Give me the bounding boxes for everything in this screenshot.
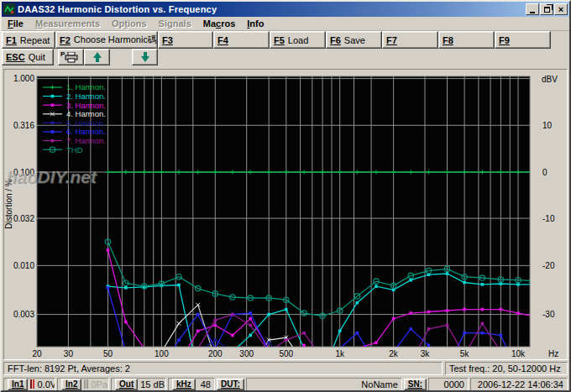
arrow-down-icon (141, 52, 149, 62)
khz-value: 48 (201, 379, 211, 389)
menubar: File Measurements Options Signals Macros… (2, 17, 569, 31)
datetime-panel: 2006-12-22 14:06:34 (470, 378, 568, 391)
svg-text:3k: 3k (421, 349, 431, 358)
status-row-1: FFT-len: 8192 Pt, Averages: 2 Test freq.… (2, 362, 569, 376)
f3-button[interactable]: F3 (158, 31, 213, 49)
test-freq-status: Test freq.: 20, 50-12000 Hz (445, 362, 568, 375)
svg-text:20: 20 (32, 349, 42, 358)
menu-signals: Signals (153, 17, 197, 30)
window-title: DAAS32 Harmonic Distortion vs. Frequency (18, 4, 525, 14)
fft-status: FFT-len: 8192 Pt, Averages: 2 (3, 362, 443, 375)
svg-text:-20: -20 (542, 261, 555, 270)
input1-cluster: In1 0.0V (3, 378, 55, 391)
printer-icon (65, 52, 78, 63)
f6-save-button[interactable]: F6Save (326, 31, 382, 49)
print-button[interactable]: P (58, 49, 84, 65)
svg-text:0.032: 0.032 (13, 214, 34, 223)
scale-up-button[interactable] (84, 49, 110, 65)
output-cluster: Out 15 dB (111, 378, 166, 391)
out-value: 15 dB (140, 379, 165, 389)
svg-text:1. Harmon.: 1. Harmon. (66, 82, 106, 91)
svg-text:0.100: 0.100 (13, 168, 34, 177)
in1-button[interactable]: In1 (8, 379, 28, 390)
svg-text:50: 50 (103, 349, 113, 358)
svg-text:2. Harmon.: 2. Harmon. (66, 91, 106, 101)
scale-down-button[interactable] (132, 49, 158, 65)
svg-text:7. Harmon.: 7. Harmon. (66, 136, 106, 145)
svg-text:4. Harmon.: 4. Harmon. (66, 109, 106, 118)
chart-panel: 1.0000.316100.10000.032-100.010-200.003-… (3, 69, 568, 360)
f1-repeat-button[interactable]: F1Repeat (2, 31, 55, 49)
svg-text:300: 300 (239, 349, 254, 358)
distortion-chart: 1.0000.316100.10000.032-100.010-200.003-… (4, 70, 567, 359)
menu-macros[interactable]: Macros (197, 17, 242, 30)
dut-button[interactable]: DUT: (217, 379, 244, 390)
restore-button[interactable] (540, 3, 553, 15)
app-window: DAAS32 Harmonic Distortion vs. Frequency… (0, 0, 571, 392)
in2-button[interactable]: In2 (61, 379, 81, 390)
svg-text:10: 10 (542, 121, 553, 130)
filename-panel: NoName (246, 378, 402, 391)
out-button[interactable]: Out (115, 379, 138, 390)
secondary-toolbar: ESCQuit P (2, 49, 569, 68)
f5-load-button[interactable]: F5Load (270, 31, 326, 49)
f8-button[interactable]: F8 (438, 31, 495, 49)
khz-button[interactable]: kHz (172, 379, 196, 390)
status-row-2: In1 0.0V In2 0Pa Out 15 dB kHz 48 DUT: N… (2, 377, 569, 391)
f4-button[interactable]: F4 (213, 31, 270, 49)
svg-text:5. Harmon.: 5. Harmon. (66, 118, 106, 128)
svg-text:-10: -10 (542, 214, 555, 223)
svg-text:dBV: dBV (542, 75, 558, 84)
function-key-toolbar: F1Repeat F2Choose Harmonic碼 F3 F4 F5Load… (2, 31, 569, 49)
in2-value: 0Pa (91, 379, 107, 389)
menu-info[interactable]: Info (241, 17, 270, 30)
esc-quit-button[interactable]: ESCQuit (2, 49, 54, 65)
close-icon: × (558, 5, 563, 14)
svg-text:500: 500 (279, 349, 293, 358)
svg-text:THD: THD (66, 145, 83, 154)
svg-text:30: 30 (64, 349, 74, 358)
samplerate-cluster: kHz 48 (168, 378, 215, 391)
svg-text:200: 200 (208, 349, 223, 358)
in1-level-meter (30, 379, 34, 389)
svg-text:2k: 2k (389, 349, 399, 358)
menu-measurements: Measurements (29, 17, 106, 30)
in1-value: 0.0V (37, 379, 55, 389)
minimize-button[interactable] (526, 3, 539, 15)
svg-text:-30: -30 (542, 310, 555, 319)
sn-button[interactable]: SN: (404, 379, 427, 390)
in2-level-meter (84, 379, 88, 389)
close-button[interactable]: × (554, 3, 568, 15)
svg-text:0.003: 0.003 (13, 310, 34, 319)
svg-text:0.316: 0.316 (13, 121, 34, 130)
svg-text:1.000: 1.000 (13, 74, 34, 83)
app-icon (3, 3, 15, 15)
svg-text:1k: 1k (335, 349, 345, 358)
svg-text:Distortion / %: Distortion / % (4, 179, 13, 229)
menu-options: Options (106, 17, 153, 30)
svg-text:100: 100 (155, 349, 169, 358)
svg-text:0: 0 (542, 168, 547, 177)
sn-value-panel: 0000 (428, 378, 469, 391)
svg-text:3. Harmon.: 3. Harmon. (66, 101, 106, 110)
f9-button[interactable]: F9 (495, 31, 551, 49)
svg-text:6. Harmon.: 6. Harmon. (66, 127, 106, 136)
titlebar: DAAS32 Harmonic Distortion vs. Frequency… (2, 2, 569, 17)
f7-button[interactable]: F7 (382, 31, 438, 49)
input2-cluster: In2 0Pa (57, 378, 109, 391)
svg-text:Hz: Hz (548, 349, 558, 358)
menu-file[interactable]: File (2, 17, 29, 30)
svg-text:5k: 5k (460, 349, 470, 358)
plot-background (37, 76, 530, 347)
minimize-icon (530, 12, 535, 13)
svg-text:10k: 10k (511, 349, 526, 358)
restore-icon (544, 7, 550, 13)
f2-choose-harmonic-button[interactable]: F2Choose Harmonic碼 (55, 31, 158, 49)
svg-text:0.010: 0.010 (13, 261, 34, 270)
arrow-up-icon (93, 52, 102, 62)
